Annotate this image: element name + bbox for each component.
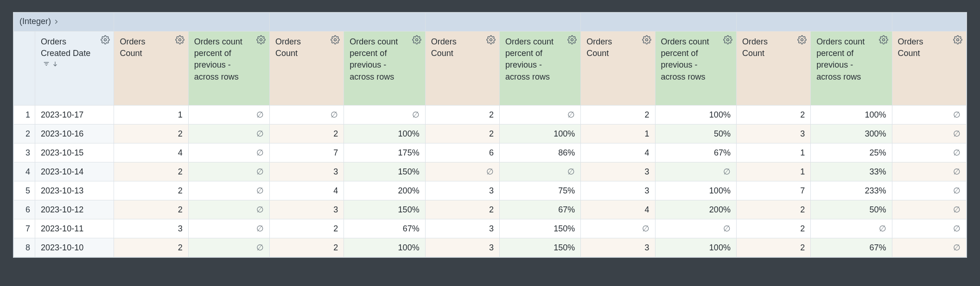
pivot-group[interactable] — [114, 13, 270, 31]
count-cell[interactable]: 1 — [114, 106, 188, 124]
date-cell[interactable]: 2023-10-15 — [35, 143, 114, 162]
count-cell[interactable]: 3 — [736, 124, 810, 143]
count-cell[interactable]: 2 — [736, 238, 810, 257]
gear-icon[interactable] — [412, 35, 421, 44]
pct-cell[interactable]: 100% — [811, 106, 892, 124]
gear-icon[interactable] — [879, 35, 888, 44]
pct-column-header[interactable]: Orders count percent of previous - acros… — [499, 31, 580, 106]
pct-cell[interactable]: 100% — [655, 238, 736, 257]
pct-cell[interactable]: ∅ — [188, 219, 269, 238]
gear-icon[interactable] — [486, 35, 496, 44]
pct-column-header[interactable]: Orders count percent of previous - acros… — [811, 31, 892, 106]
count-cell[interactable]: 6 — [425, 143, 499, 162]
gear-icon[interactable] — [256, 35, 266, 44]
pivot-group[interactable] — [736, 13, 892, 31]
count-column-header[interactable]: Orders Count — [581, 31, 655, 106]
pct-cell[interactable]: 100% — [344, 238, 425, 257]
count-cell[interactable]: 2 — [425, 200, 499, 219]
pct-cell[interactable]: ∅ — [188, 181, 269, 200]
pct-cell[interactable]: 67% — [344, 219, 425, 238]
pct-column-header[interactable]: Orders count percent of previous - acros… — [655, 31, 736, 106]
pct-cell[interactable]: 175% — [344, 143, 425, 162]
date-cell[interactable]: 2023-10-10 — [35, 238, 114, 257]
gear-icon[interactable] — [567, 35, 577, 44]
count-cell[interactable]: 7 — [270, 143, 344, 162]
pct-cell[interactable]: 25% — [811, 143, 892, 162]
pct-cell[interactable]: 300% — [811, 124, 892, 143]
pct-cell[interactable]: 150% — [344, 162, 425, 181]
count-cell[interactable]: 3 — [114, 219, 188, 238]
pct-cell[interactable]: 200% — [655, 200, 736, 219]
pct-cell[interactable]: 86% — [499, 143, 580, 162]
gear-icon[interactable] — [723, 35, 732, 44]
gear-icon[interactable] — [642, 35, 651, 44]
pivot-group[interactable] — [425, 13, 581, 31]
pct-cell[interactable]: ∅ — [499, 106, 580, 124]
count-cell[interactable]: 1 — [736, 143, 810, 162]
count-cell[interactable]: 2 — [736, 106, 810, 124]
count-cell[interactable]: 4 — [114, 143, 188, 162]
pct-cell[interactable]: 100% — [655, 181, 736, 200]
date-cell[interactable]: 2023-10-12 — [35, 200, 114, 219]
pct-cell[interactable]: ∅ — [188, 124, 269, 143]
count-cell[interactable]: 2 — [270, 219, 344, 238]
count-cell[interactable]: ∅ — [892, 162, 966, 181]
date-cell[interactable]: 2023-10-14 — [35, 162, 114, 181]
pct-cell[interactable]: 150% — [499, 238, 580, 257]
gear-icon[interactable] — [797, 35, 807, 44]
pct-cell[interactable]: 150% — [499, 219, 580, 238]
pct-cell[interactable]: 67% — [811, 238, 892, 257]
pct-cell[interactable]: ∅ — [188, 238, 269, 257]
pct-cell[interactable]: ∅ — [344, 106, 425, 124]
count-cell[interactable]: 4 — [581, 200, 655, 219]
count-cell[interactable]: ∅ — [270, 106, 344, 124]
date-column-header[interactable]: Orders Created Date — [35, 31, 114, 106]
pivot-group[interactable] — [892, 13, 966, 31]
pivot-group[interactable] — [270, 13, 426, 31]
pct-cell[interactable]: 75% — [499, 181, 580, 200]
count-cell[interactable]: 3 — [425, 181, 499, 200]
count-column-header[interactable]: Orders Count — [892, 31, 966, 106]
count-cell[interactable]: ∅ — [892, 106, 966, 124]
count-cell[interactable]: ∅ — [892, 124, 966, 143]
count-column-header[interactable]: Orders Count — [270, 31, 344, 106]
count-cell[interactable]: ∅ — [892, 143, 966, 162]
gear-icon[interactable] — [101, 35, 110, 44]
pivot-header-integer[interactable]: (Integer) — [14, 13, 114, 31]
count-cell[interactable]: ∅ — [892, 219, 966, 238]
count-cell[interactable]: 3 — [270, 162, 344, 181]
count-cell[interactable]: 2 — [114, 238, 188, 257]
pct-cell[interactable]: 67% — [499, 200, 580, 219]
gear-icon[interactable] — [953, 35, 962, 44]
count-cell[interactable]: 2 — [581, 106, 655, 124]
date-cell[interactable]: 2023-10-17 — [35, 106, 114, 124]
count-cell[interactable]: ∅ — [425, 162, 499, 181]
date-cell[interactable]: 2023-10-11 — [35, 219, 114, 238]
count-cell[interactable]: 2 — [736, 200, 810, 219]
pct-cell[interactable]: ∅ — [188, 162, 269, 181]
pct-cell[interactable]: 100% — [344, 124, 425, 143]
date-cell[interactable]: 2023-10-16 — [35, 124, 114, 143]
gear-icon[interactable] — [175, 35, 185, 44]
pct-cell[interactable]: 100% — [655, 106, 736, 124]
gear-icon[interactable] — [331, 35, 340, 44]
count-cell[interactable]: 2 — [425, 106, 499, 124]
pct-cell[interactable]: ∅ — [655, 162, 736, 181]
count-cell[interactable]: ∅ — [581, 219, 655, 238]
count-cell[interactable]: 3 — [581, 162, 655, 181]
count-cell[interactable]: 2 — [736, 219, 810, 238]
count-cell[interactable]: 2 — [114, 124, 188, 143]
pct-cell[interactable]: ∅ — [499, 162, 580, 181]
pct-cell[interactable]: ∅ — [188, 143, 269, 162]
pct-column-header[interactable]: Orders count percent of previous - acros… — [188, 31, 269, 106]
pivot-group[interactable] — [581, 13, 737, 31]
pct-cell[interactable]: 233% — [811, 181, 892, 200]
count-cell[interactable]: 3 — [425, 219, 499, 238]
pct-cell[interactable]: 150% — [344, 200, 425, 219]
pct-cell[interactable]: 50% — [655, 124, 736, 143]
count-cell[interactable]: 1 — [581, 124, 655, 143]
pct-cell[interactable]: 33% — [811, 162, 892, 181]
pct-cell[interactable]: 67% — [655, 143, 736, 162]
count-cell[interactable]: ∅ — [892, 200, 966, 219]
count-cell[interactable]: 2 — [270, 238, 344, 257]
